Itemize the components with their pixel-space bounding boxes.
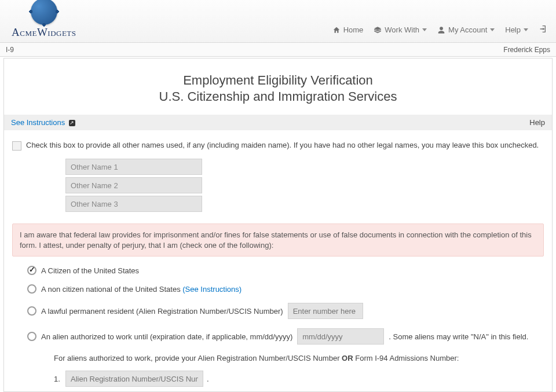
alien-num1-index: 1.: [54, 375, 62, 383]
citizenship-opt1-row: A Citizen of the United States: [27, 266, 544, 275]
see-instructions-link[interactable]: See Instructions ↗: [11, 118, 75, 127]
alien-registration-input[interactable]: [65, 371, 203, 387]
see-instructions-text: See Instructions: [11, 118, 65, 127]
nav-home-label: Home: [343, 25, 364, 34]
subheader: I-9 Frederick Epps: [0, 43, 556, 57]
work-expiration-input[interactable]: [297, 328, 384, 345]
form-title-line1: Employment Eligibility Verification: [4, 72, 552, 89]
alien-num1-row: 1. .: [54, 371, 544, 387]
other-names-checkbox[interactable]: [12, 141, 21, 151]
subheader-left: I-9: [6, 46, 14, 54]
uscis-number-input[interactable]: [288, 303, 363, 319]
exit-icon: [539, 24, 548, 35]
citizenship-opt4-suffix: . Some aliens may write "N/A" in this fi…: [389, 332, 528, 341]
citizenship-opt2-label: A non citizen national of the United Sta…: [41, 285, 182, 294]
nav-help[interactable]: Help: [505, 25, 528, 34]
citizenship-opt2-radio[interactable]: [27, 284, 36, 294]
form-help-link[interactable]: Help: [529, 118, 545, 127]
brand-name: AcmeWidgets: [12, 26, 76, 39]
other-names-row: Check this box to provide all other name…: [12, 141, 544, 151]
nav-help-label: Help: [505, 25, 521, 34]
citizenship-opt2-row: A non citizen national of the United Sta…: [27, 284, 544, 294]
stack-icon: [374, 26, 382, 34]
chevron-down-icon: [490, 28, 495, 31]
nav-my-account-label: My Account: [448, 25, 487, 34]
citizenship-opt1-label: A Citizen of the United States: [41, 266, 139, 275]
form-body: Check this box to provide all other name…: [4, 130, 552, 392]
nav-work-with[interactable]: Work With: [374, 25, 427, 34]
other-names-inputs: [65, 159, 544, 212]
alien-num1-suffix: .: [207, 375, 209, 383]
top-nav: Home Work With My Account Help: [332, 24, 548, 39]
form-title-line2: U.S. Citizenship and Immigration Service…: [4, 89, 552, 105]
person-icon: [437, 26, 445, 34]
alien-provide-label: For aliens authorized to work, provide y…: [54, 354, 459, 362]
alien-provide-section: For aliens authorized to work, provide y…: [54, 354, 544, 392]
citizenship-opt1-radio[interactable]: [27, 266, 36, 275]
other-name-3-input[interactable]: [65, 196, 202, 212]
citizenship-opt3-label: A lawful permanent resident (Alien Regis…: [41, 307, 283, 316]
nav-my-account[interactable]: My Account: [437, 25, 495, 34]
home-icon: [332, 26, 341, 34]
external-link-icon: ↗: [69, 120, 75, 126]
other-names-label: Check this box to provide all other name…: [26, 141, 539, 149]
attestation-warning: I am aware that federal law provides for…: [12, 224, 544, 257]
nav-home[interactable]: Home: [332, 25, 364, 34]
citizenship-opt4-radio[interactable]: [27, 332, 36, 341]
brand-block: AcmeWidgets: [12, 0, 76, 39]
nav-exit[interactable]: [539, 24, 548, 35]
form-title-block: Employment Eligibility Verification U.S.…: [4, 58, 552, 115]
other-name-1-input[interactable]: [65, 159, 202, 175]
branding-bar: AcmeWidgets Home Work With My Account He…: [0, 0, 556, 43]
citizenship-opt2-instructions-link[interactable]: (See Instructions): [182, 285, 242, 294]
citizenship-radio-group: A Citizen of the United States A non cit…: [27, 266, 544, 392]
citizenship-opt4-label: An alien authorized to work until (expir…: [41, 332, 292, 341]
instructions-strip: See Instructions ↗ Help: [4, 115, 552, 130]
nav-work-with-label: Work With: [385, 25, 419, 34]
citizenship-opt3-row: A lawful permanent resident (Alien Regis…: [27, 303, 544, 319]
main-scroll-area[interactable]: Employment Eligibility Verification U.S.…: [3, 58, 553, 392]
subheader-right: Frederick Epps: [503, 46, 550, 54]
chevron-down-icon: [524, 28, 528, 31]
citizenship-opt3-radio[interactable]: [27, 306, 36, 316]
chevron-down-icon: [422, 28, 427, 31]
other-name-2-input[interactable]: [65, 177, 202, 193]
brand-logo: [31, 0, 57, 25]
citizenship-opt4-row: An alien authorized to work until (expir…: [27, 328, 544, 345]
